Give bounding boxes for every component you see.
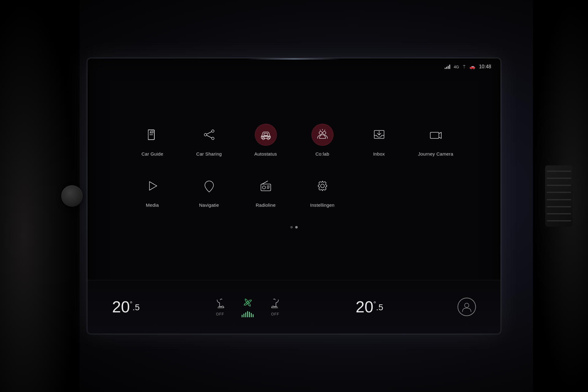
temp-left-decimal: .5 xyxy=(133,303,140,312)
app-grid: Car Guide Car Sharing xyxy=(126,105,462,226)
temp-left-display: 20 ° .5 xyxy=(112,299,140,315)
bluetooth-icon: ⍑ xyxy=(463,64,466,70)
clock-display: 10:48 xyxy=(479,64,491,70)
car-connected-icon: 🚗 xyxy=(469,64,475,70)
fan-speed-indicator xyxy=(242,311,254,317)
svg-rect-3 xyxy=(151,131,153,133)
media-label: Media xyxy=(146,202,159,208)
camera-icon xyxy=(429,128,443,141)
vent-slot xyxy=(547,171,571,172)
vent-slot xyxy=(547,192,571,193)
media-icon-wrapper xyxy=(141,175,164,197)
temp-right-degree: ° xyxy=(373,301,376,307)
air-vent-right xyxy=(545,165,573,227)
radio-icon xyxy=(259,179,273,193)
app-colab[interactable]: Co:lab xyxy=(296,118,349,163)
temp-right-display: 20 ° .5 xyxy=(356,299,383,315)
fan-line-2 xyxy=(243,314,244,317)
vent-slot xyxy=(547,185,571,186)
temp-left-degree: ° xyxy=(130,301,133,307)
app-car-sharing[interactable]: Car Sharing xyxy=(182,118,236,163)
profile-button[interactable] xyxy=(458,298,476,316)
play-icon xyxy=(146,179,159,193)
vent-slot xyxy=(547,178,571,179)
vent-slot xyxy=(547,206,571,207)
fan-icon xyxy=(242,296,254,309)
signal-bar-3 xyxy=(448,66,449,69)
main-content-area: Car Guide Car Sharing xyxy=(88,58,500,278)
fan-button[interactable] xyxy=(242,296,254,317)
inbox-icon-wrapper xyxy=(368,124,390,146)
climate-bar: 20 ° .5 OFF xyxy=(88,280,500,334)
page-indicator xyxy=(290,226,298,228)
signal-bar-2 xyxy=(446,67,447,69)
radioline-label: Radioline xyxy=(256,202,276,208)
seat-heat-left-label: OFF xyxy=(216,312,224,316)
svg-point-29 xyxy=(247,302,249,303)
svg-point-28 xyxy=(321,184,324,188)
vent-slot xyxy=(547,220,571,221)
app-navigatie[interactable]: Navigatie xyxy=(182,169,236,214)
svg-point-13 xyxy=(319,131,322,134)
svg-point-4 xyxy=(212,130,214,132)
colab-label: Co:lab xyxy=(315,151,329,156)
autostatus-label: Autostatus xyxy=(254,151,277,156)
network-badge: 4G xyxy=(454,65,459,69)
screen-reflection xyxy=(248,58,340,59)
fan-line-3 xyxy=(245,312,246,317)
app-media[interactable]: Media xyxy=(126,169,179,214)
app-inbox[interactable]: Inbox xyxy=(352,118,406,163)
svg-marker-21 xyxy=(149,182,157,190)
journey-camera-icon-wrapper xyxy=(425,124,447,146)
infotainment-screen: 4G ⍑ 🚗 10:48 xyxy=(87,58,501,334)
svg-point-6 xyxy=(212,137,214,140)
svg-rect-20 xyxy=(430,132,439,138)
inbox-download-icon xyxy=(372,128,386,141)
seat-heat-left-button[interactable]: OFF xyxy=(214,297,226,316)
page-dot-1[interactable] xyxy=(290,226,293,228)
seat-heat-right-button[interactable]: OFF xyxy=(269,297,281,316)
temp-left-value: 20 xyxy=(112,299,130,315)
page-dot-2[interactable] xyxy=(295,226,298,228)
temp-right-decimal: .5 xyxy=(376,303,383,312)
book-icon xyxy=(146,128,159,141)
seat-left-icon xyxy=(214,297,226,310)
empty-slot-6 xyxy=(409,169,462,214)
svg-point-14 xyxy=(323,131,326,134)
people-icon xyxy=(316,128,329,141)
svg-point-24 xyxy=(262,186,266,189)
car-guide-icon-wrapper xyxy=(141,124,164,146)
car-sharing-label: Car Sharing xyxy=(196,151,222,156)
share-icon xyxy=(202,128,216,141)
fan-line-6 xyxy=(251,313,252,317)
signal-bar-1 xyxy=(445,68,446,69)
temp-right-value: 20 xyxy=(356,299,373,315)
app-radioline[interactable]: Radioline xyxy=(239,169,292,214)
seat-heat-right-label: OFF xyxy=(271,312,279,316)
svg-line-7 xyxy=(207,132,212,134)
climate-controls: OFF xyxy=(214,296,281,317)
radioline-icon-wrapper xyxy=(255,175,277,197)
app-instellingen[interactable]: Instellingen xyxy=(296,169,349,214)
svg-point-30 xyxy=(465,303,469,307)
fan-line-1 xyxy=(242,315,243,317)
inbox-label: Inbox xyxy=(373,151,385,156)
outer-frame: 4G ⍑ 🚗 10:48 xyxy=(0,0,588,392)
autostatus-icon-wrapper xyxy=(255,124,277,146)
svg-line-17 xyxy=(324,130,325,131)
volume-knob[interactable] xyxy=(61,185,83,207)
car-sharing-icon-wrapper xyxy=(198,124,220,146)
svg-line-16 xyxy=(320,130,321,131)
svg-point-5 xyxy=(204,134,207,136)
app-car-guide[interactable]: Car Guide xyxy=(126,118,179,163)
instellingen-label: Instellingen xyxy=(310,202,335,208)
signal-strength-icon xyxy=(445,65,450,69)
status-bar: 4G ⍑ 🚗 10:48 xyxy=(445,64,491,70)
fan-line-7 xyxy=(253,314,254,317)
fan-line-5 xyxy=(249,312,250,317)
navigatie-label: Navigatie xyxy=(199,202,219,208)
navigatie-icon-wrapper xyxy=(198,175,220,197)
location-icon xyxy=(202,179,216,193)
app-autostatus[interactable]: Autostatus xyxy=(239,118,292,163)
app-journey-camera[interactable]: Journey Camera xyxy=(409,118,462,163)
